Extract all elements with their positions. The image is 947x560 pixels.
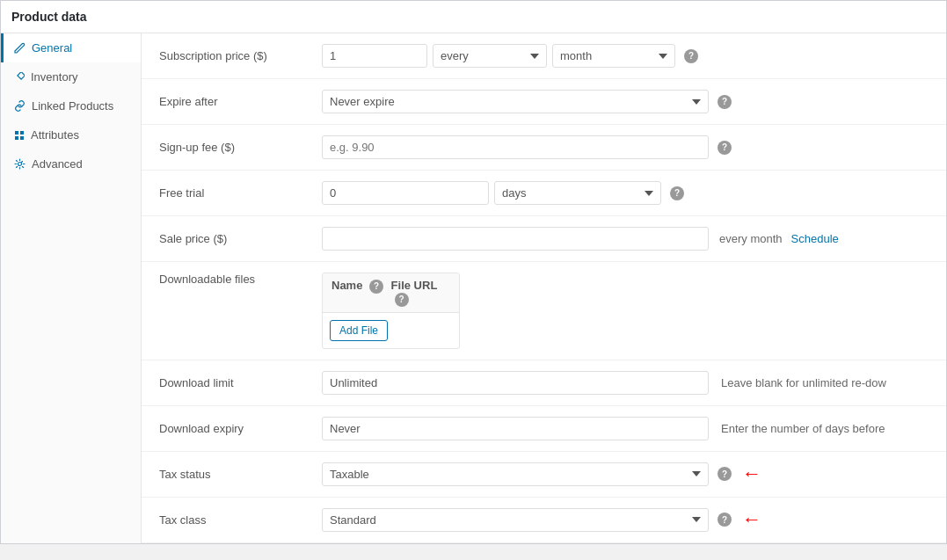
col-url-header: File URL ? [391, 279, 451, 307]
subscription-price-controls: every day week month year ? [322, 44, 929, 68]
download-limit-input[interactable] [322, 371, 709, 395]
tax-status-label: Tax status [159, 468, 322, 481]
files-table: Name ? File URL ? Add File [322, 273, 460, 349]
expire-after-help[interactable]: ? [718, 95, 732, 109]
tax-class-row: Tax class Standard Reduced rate Zero rat… [142, 498, 946, 543]
signup-fee-label: Sign-up fee ($) [159, 141, 322, 154]
add-file-button[interactable]: Add File [330, 320, 388, 341]
product-data-header: Product data [1, 1, 946, 33]
sidebar-item-attributes[interactable]: Attributes [1, 120, 141, 149]
free-trial-row: Free trial days weeks months years ? [142, 171, 946, 216]
tax-class-select[interactable]: Standard Reduced rate Zero rate [322, 508, 709, 532]
sale-price-row: Sale price ($) every month Schedule [142, 216, 946, 262]
expire-after-row: Expire after Never expire 1 day 1 week 1… [142, 79, 946, 125]
sidebar-item-general[interactable]: General [1, 33, 141, 62]
tax-class-arrow: ← [742, 510, 761, 529]
period-select[interactable]: day week month year [552, 44, 675, 68]
expire-after-label: Expire after [159, 95, 322, 108]
pencil-icon [14, 42, 25, 54]
tax-status-controls: Taxable Shipping only None ? ← [322, 462, 929, 486]
col-url-help[interactable]: ? [395, 293, 409, 307]
link-icon [14, 100, 25, 112]
subscription-price-help[interactable]: ? [684, 49, 698, 63]
sidebar-item-linked-products[interactable]: Linked Products [1, 91, 141, 120]
sidebar-label-attributes: Attributes [31, 128, 79, 142]
svg-rect-0 [18, 72, 25, 79]
sidebar-label-inventory: Inventory [31, 70, 77, 84]
col-name-header: Name ? [331, 279, 391, 307]
header-title: Product data [11, 10, 87, 24]
tax-class-controls: Standard Reduced rate Zero rate ? ← [322, 508, 929, 532]
free-trial-label: Free trial [159, 186, 322, 200]
main-content: Subscription price ($) every day week mo… [142, 33, 946, 543]
expire-after-controls: Never expire 1 day 1 week 1 month 1 year… [322, 90, 929, 113]
downloadable-files-controls: Name ? File URL ? Add File [322, 273, 929, 349]
tax-class-label: Tax class [159, 513, 322, 527]
signup-fee-row: Sign-up fee ($) ? [142, 125, 946, 171]
download-expiry-suffix: Enter the number of days before [721, 422, 885, 435]
sidebar-item-inventory[interactable]: Inventory [1, 62, 141, 91]
sale-price-input[interactable] [322, 227, 709, 251]
sale-price-label: Sale price ($) [159, 232, 322, 245]
sidebar-label-advanced: Advanced [32, 157, 83, 171]
signup-fee-controls: ? [322, 135, 929, 159]
col-name-help[interactable]: ? [369, 280, 383, 294]
tax-status-arrow: ← [742, 464, 761, 484]
downloadable-files-row: Downloadable files Name ? File URL ? [142, 262, 946, 360]
subscription-price-input[interactable] [322, 44, 427, 68]
sale-price-controls: every month Schedule [322, 227, 929, 251]
grid-icon [14, 130, 25, 141]
svg-rect-1 [15, 131, 18, 135]
svg-rect-2 [20, 131, 24, 135]
gear-icon [14, 158, 25, 170]
download-limit-suffix: Leave blank for unlimited re-dow [721, 376, 886, 389]
download-expiry-controls: Enter the number of days before [322, 417, 929, 440]
download-expiry-row: Download expiry Enter the number of days… [142, 406, 946, 452]
svg-point-5 [18, 163, 22, 166]
files-table-body: Add File [323, 313, 459, 348]
files-table-header: Name ? File URL ? [323, 273, 459, 313]
tax-status-select[interactable]: Taxable Shipping only None [322, 462, 709, 486]
sidebar-label-linked-products: Linked Products [32, 99, 113, 113]
svg-rect-4 [20, 136, 24, 140]
every-select[interactable]: every [433, 44, 547, 68]
subscription-price-label: Subscription price ($) [159, 49, 322, 62]
download-limit-controls: Leave blank for unlimited re-dow [322, 371, 929, 395]
sidebar-label-general: General [32, 41, 72, 55]
signup-fee-help[interactable]: ? [718, 141, 732, 155]
sale-price-suffix: every month [719, 232, 783, 245]
free-trial-input[interactable] [322, 181, 489, 205]
downloadable-files-label: Downloadable files [159, 273, 322, 286]
download-limit-label: Download limit [159, 376, 322, 389]
signup-fee-input[interactable] [322, 135, 709, 159]
free-trial-controls: days weeks months years ? [322, 181, 929, 205]
download-expiry-input[interactable] [322, 417, 709, 440]
download-limit-row: Download limit Leave blank for unlimited… [142, 360, 946, 406]
tax-status-help[interactable]: ? [718, 467, 732, 481]
expire-select[interactable]: Never expire 1 day 1 week 1 month 1 year [322, 90, 709, 113]
tax-class-help[interactable]: ? [718, 513, 732, 527]
svg-rect-3 [15, 136, 18, 140]
download-expiry-label: Download expiry [159, 422, 322, 435]
schedule-link[interactable]: Schedule [791, 232, 839, 245]
diamond-icon [14, 72, 25, 83]
tax-status-row: Tax status Taxable Shipping only None ? … [142, 452, 946, 498]
free-trial-unit-select[interactable]: days weeks months years [494, 181, 661, 205]
subscription-price-row: Subscription price ($) every day week mo… [142, 33, 946, 79]
free-trial-help[interactable]: ? [670, 186, 684, 200]
sidebar: General Inventory Linked Products [1, 33, 142, 543]
sidebar-item-advanced[interactable]: Advanced [1, 149, 141, 178]
